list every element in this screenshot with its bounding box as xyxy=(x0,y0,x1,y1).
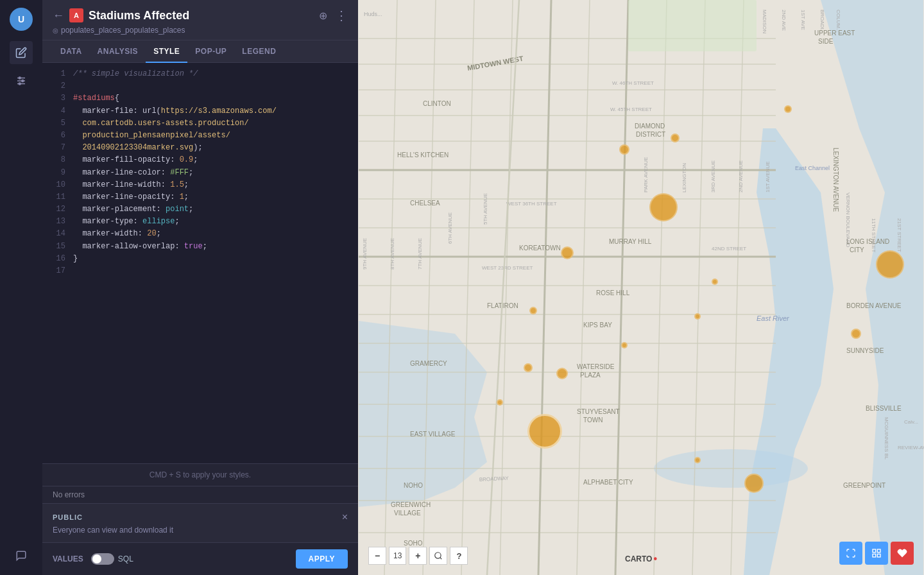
panel-header: ← A Stadiums Affected ⊕ ⋮ ◎ populates_pl… xyxy=(42,0,358,40)
svg-text:East River: East River xyxy=(757,314,790,322)
code-line-10: 10 marker-line-width: 1.5; xyxy=(42,179,358,191)
tab-legend[interactable]: LEGEND xyxy=(234,40,284,62)
svg-text:TOWN: TOWN xyxy=(583,416,603,424)
svg-text:ALPHABET CITY: ALPHABET CITY xyxy=(583,479,633,486)
public-banner: PUBLIC × Everyone can view and download … xyxy=(42,503,358,542)
tab-popup[interactable]: POP-UP xyxy=(187,40,234,62)
svg-text:LEXINGTON: LEXINGTON xyxy=(681,163,687,193)
svg-text:5TH AVENUE: 5TH AVENUE xyxy=(483,193,488,225)
code-line-16: 16 } xyxy=(42,253,358,265)
svg-rect-107 xyxy=(873,554,876,557)
close-banner-button[interactable]: × xyxy=(342,511,348,523)
apply-button[interactable]: APPLY xyxy=(296,549,348,569)
svg-text:CLINTON: CLINTON xyxy=(423,100,451,107)
svg-text:VILLAGE: VILLAGE xyxy=(394,510,421,517)
svg-text:7TH AVENUE: 7TH AVENUE xyxy=(417,238,423,270)
svg-text:DIAMOND: DIAMOND xyxy=(635,123,665,130)
svg-point-103 xyxy=(435,553,441,558)
sql-label: SQL xyxy=(118,554,133,563)
svg-text:LONG ISLAND: LONG ISLAND xyxy=(846,238,889,245)
title-left: ← A Stadiums Affected xyxy=(53,8,189,22)
svg-rect-108 xyxy=(877,554,880,557)
svg-text:LEXINGTON AVENUE: LEXINGTON AVENUE xyxy=(832,148,839,212)
pencil-icon[interactable] xyxy=(10,41,33,64)
code-line-7: 7 20140902123304marker.svg); xyxy=(42,142,358,154)
svg-text:EAST VILLAGE: EAST VILLAGE xyxy=(410,431,456,438)
zoom-out-button[interactable]: − xyxy=(368,547,386,565)
toggle-switch[interactable] xyxy=(91,553,114,565)
svg-text:CHELSEA: CHELSEA xyxy=(410,200,440,207)
values-label: VALUES xyxy=(53,554,83,563)
map-help-button[interactable]: ? xyxy=(450,547,468,565)
svg-text:CITY: CITY xyxy=(850,246,864,253)
svg-text:W. 45TH STREET: W. 45TH STREET xyxy=(610,107,652,112)
svg-text:9TH AVENUE: 9TH AVENUE xyxy=(362,238,368,270)
svg-text:1ST AVENUE: 1ST AVENUE xyxy=(765,161,771,193)
grid-view-button[interactable] xyxy=(865,542,888,565)
svg-text:21ST STREET: 21ST STREET xyxy=(896,218,902,252)
chat-icon[interactable] xyxy=(10,544,33,567)
svg-text:PARK AVENUE: PARK AVENUE xyxy=(643,157,649,193)
svg-text:PLAZA: PLAZA xyxy=(580,372,601,379)
svg-point-3 xyxy=(19,77,21,79)
svg-text:6TH AVENUE: 6TH AVENUE xyxy=(447,212,453,244)
svg-text:SOHO: SOHO xyxy=(404,540,423,547)
svg-text:WEST 36TH STREET: WEST 36TH STREET xyxy=(506,201,557,207)
user-avatar[interactable]: U xyxy=(10,8,33,31)
toggle-knob xyxy=(92,554,101,563)
layer-panel: ← A Stadiums Affected ⊕ ⋮ ◎ populates_pl… xyxy=(42,0,358,575)
svg-text:KIPS BAY: KIPS BAY xyxy=(583,322,612,329)
code-editor[interactable]: 1 /** simple visualization */ 2 3 #stadi… xyxy=(42,63,358,463)
svg-text:NOHO: NOHO xyxy=(404,482,423,489)
svg-text:East Channel: East Channel xyxy=(795,165,830,171)
svg-text:1ST AVE: 1ST AVE xyxy=(800,10,806,30)
code-line-3: 3 #stadiums{ xyxy=(42,92,358,105)
map-view-controls xyxy=(839,542,914,565)
svg-text:BLISSVILLE: BLISSVILLE xyxy=(866,405,902,412)
tab-data[interactable]: DATA xyxy=(53,40,90,62)
svg-text:GREENPOINT: GREENPOINT xyxy=(843,482,886,489)
code-line-14: 14 marker-width: 20; xyxy=(42,228,358,240)
svg-text:COLUM...: COLUM... xyxy=(835,10,841,33)
code-line-4: 4 marker-file: url(https://s3.amazonaws.… xyxy=(42,105,358,117)
bottom-bar: VALUES SQL APPLY xyxy=(42,542,358,575)
svg-text:MADISON: MADISON xyxy=(762,10,767,34)
code-line-2: 2 xyxy=(42,80,358,92)
code-line-6: 6 production_plensaenpixel/assets/ xyxy=(42,130,358,142)
code-line-13: 13 marker-type: ellipse; xyxy=(42,216,358,228)
more-icon[interactable]: ⋮ xyxy=(335,8,348,23)
svg-text:SIDE: SIDE xyxy=(818,38,834,45)
fullscreen-button[interactable] xyxy=(839,542,862,565)
heart-button[interactable] xyxy=(891,542,914,565)
toggle-values-sql[interactable]: SQL xyxy=(91,553,133,565)
code-line-5: 5 com.cartodb.users-assets.production/ xyxy=(42,117,358,130)
svg-text:WEST 23RD STREET: WEST 23RD STREET xyxy=(482,265,533,271)
svg-text:Calv...: Calv... xyxy=(904,419,918,425)
sliders-icon[interactable] xyxy=(10,69,33,92)
svg-text:STUYVESANT: STUYVESANT xyxy=(577,408,620,415)
error-status: No errors xyxy=(42,486,358,503)
apply-hint: CMD + S to apply your styles. xyxy=(42,463,358,486)
code-line-12: 12 marker-placement: point; xyxy=(42,203,358,216)
map-background: MIDTOWN WEST CLINTON HELL'S KITCHEN DIAM… xyxy=(358,0,924,575)
search-map-button[interactable] xyxy=(429,547,447,565)
svg-point-5 xyxy=(19,83,21,85)
svg-text:HELL'S KITCHEN: HELL'S KITCHEN xyxy=(397,151,449,159)
back-button[interactable]: ← xyxy=(53,10,64,21)
tab-style[interactable]: STYLE xyxy=(146,40,187,62)
tab-analysis[interactable]: ANALYSIS xyxy=(90,40,146,62)
public-description: Everyone can view and download it xyxy=(53,526,348,535)
sidebar: U xyxy=(0,0,42,575)
eye-icon: ◎ xyxy=(53,27,58,34)
page-title: Stadiums Affected xyxy=(89,9,189,22)
public-header: PUBLIC × xyxy=(53,511,348,523)
carto-dot: • xyxy=(653,553,657,565)
svg-text:DISTRICT: DISTRICT xyxy=(636,131,665,138)
zoom-in-button[interactable]: + xyxy=(409,547,427,565)
move-icon[interactable]: ⊕ xyxy=(319,10,327,22)
code-line-17: 17 xyxy=(42,265,358,277)
tab-bar: DATA ANALYSIS STYLE POP-UP LEGEND xyxy=(42,40,358,63)
svg-text:SUNNYSIDE: SUNNYSIDE xyxy=(846,347,884,354)
map-area: MIDTOWN WEST CLINTON HELL'S KITCHEN DIAM… xyxy=(358,0,924,575)
svg-text:42ND STREET: 42ND STREET xyxy=(712,246,746,252)
